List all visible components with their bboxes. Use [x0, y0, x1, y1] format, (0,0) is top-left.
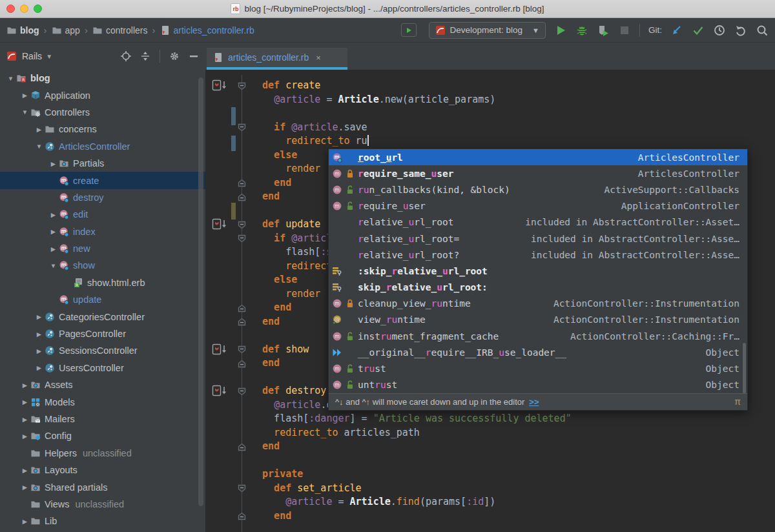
tree-row-views[interactable]: Viewsunclassified	[0, 496, 205, 513]
search-everywhere-button[interactable]	[756, 24, 769, 37]
go-to-view-icon[interactable]	[212, 218, 227, 230]
fold-end-icon[interactable]	[238, 192, 246, 201]
run-configuration-select[interactable]: Development: blog ▼	[429, 22, 546, 39]
chevron-collapsed-icon[interactable]: ▶	[19, 518, 30, 525]
chevron-collapsed-icon[interactable]: ▶	[34, 347, 45, 354]
completion-row[interactable]: @view_runtimeActionController::Instrumen…	[329, 312, 747, 328]
tree-row-models[interactable]: ▶Models	[0, 393, 205, 410]
tree-row-mailers[interactable]: ▶Mailers	[0, 411, 205, 427]
fold-collapse-icon[interactable]	[238, 234, 246, 242]
go-to-view-icon[interactable]	[212, 79, 227, 91]
completion-row[interactable]: __original__require__IRB_use_loader__Obj…	[329, 344, 747, 360]
completion-row[interactable]: mrun_callbacks(kind, &block)ActiveSuppor…	[329, 181, 747, 198]
minimize-window-button[interactable]	[20, 5, 28, 13]
tree-row-blog[interactable]: ▼Rblog	[0, 70, 205, 87]
completion-row[interactable]: relative_url_rootincluded in AbstractCon…	[329, 214, 747, 230]
tree-row-show[interactable]: ▼mshow	[0, 257, 205, 274]
chevron-collapsed-icon[interactable]: ▶	[19, 484, 30, 491]
completion-hint-link[interactable]: >>	[529, 397, 539, 407]
git-commit-button[interactable]	[692, 24, 705, 37]
go-to-view-icon[interactable]	[212, 385, 227, 396]
tree-row-show-html-erb[interactable]: Rshow.html.erb	[0, 274, 205, 291]
change-marker[interactable]	[231, 136, 236, 151]
history-button[interactable]	[713, 24, 726, 37]
breadcrumb-item-controllers[interactable]: controllers	[92, 25, 148, 36]
tree-row-sessionscontroller[interactable]: ▶SessionsController	[0, 342, 205, 359]
hide-tool-window-button[interactable]	[189, 51, 199, 61]
chevron-expanded-icon[interactable]: ▼	[48, 262, 59, 269]
close-window-button[interactable]	[6, 5, 15, 13]
chevron-collapsed-icon[interactable]: ▶	[19, 467, 30, 474]
tree-row-update[interactable]: mupdate	[0, 291, 205, 308]
completion-row[interactable]: mcleanup_view_runtimeActionController::I…	[329, 296, 747, 312]
completion-row[interactable]: muntrustObject	[329, 377, 747, 393]
tree-row-index[interactable]: ▶mindex	[0, 223, 205, 240]
chevron-expanded-icon[interactable]: ▼	[19, 108, 30, 116]
change-marker[interactable]	[231, 203, 236, 220]
tree-row-helpers[interactable]: Helpersunclassified	[0, 445, 205, 462]
chevron-collapsed-icon[interactable]: ▶	[48, 211, 59, 218]
chevron-collapsed-icon[interactable]: ▶	[19, 433, 30, 440]
change-marker[interactable]	[231, 107, 236, 125]
chevron-collapsed-icon[interactable]: ▶	[34, 331, 45, 338]
breadcrumb-item-articles_controller.rb[interactable]: articles_controller.rb	[160, 25, 254, 36]
completion-row[interactable]: mrequire_same_userArticlesController	[329, 165, 747, 181]
chevron-collapsed-icon[interactable]: ▶	[19, 382, 30, 389]
fold-end-icon[interactable]	[238, 303, 246, 312]
fold-end-icon[interactable]	[238, 511, 246, 520]
locate-in-project-button[interactable]	[121, 51, 131, 61]
tree-row-lib[interactable]: ▶Lib	[0, 513, 205, 529]
chevron-collapsed-icon[interactable]: ▶	[34, 313, 45, 320]
completion-row[interactable]: skip_relative_url_root:	[329, 280, 747, 296]
chevron-expanded-icon[interactable]: ▼	[5, 75, 16, 82]
chevron-collapsed-icon[interactable]: ▶	[19, 398, 30, 405]
gear-icon[interactable]	[169, 51, 180, 61]
chevron-collapsed-icon[interactable]: ▶	[48, 245, 59, 252]
chevron-collapsed-icon[interactable]: ▶	[34, 126, 45, 133]
go-to-view-icon[interactable]	[212, 343, 227, 355]
popup-scrollbar[interactable]	[743, 343, 746, 393]
close-tab-icon[interactable]: ×	[316, 53, 321, 63]
completion-row[interactable]: mroot_urlArticlesController	[329, 149, 747, 165]
tree-row-destroy[interactable]: mdestroy	[0, 189, 205, 206]
stop-button[interactable]	[618, 24, 631, 37]
chevron-down-icon[interactable]: ▼	[46, 53, 52, 60]
breadcrumb-item-app[interactable]: app	[52, 25, 80, 36]
tree-row-layouts[interactable]: ▶Layouts	[0, 462, 205, 478]
project-tree-panel[interactable]: ▼Rblog▶Application▼Controllers▶concerns▼…	[0, 70, 205, 532]
tree-row-partials[interactable]: ▶Partials	[0, 155, 205, 172]
completion-row[interactable]: :skip_relative_url_root	[329, 263, 747, 279]
completion-row[interactable]: relative_url_root?included in AbstractCo…	[329, 247, 747, 263]
git-update-button[interactable]	[670, 24, 683, 37]
tree-row-categoriescontroller[interactable]: ▶CategoriesController	[0, 308, 205, 325]
chevron-expanded-icon[interactable]: ▼	[34, 143, 45, 150]
chevron-collapsed-icon[interactable]: ▶	[48, 228, 59, 235]
fold-collapse-icon[interactable]	[238, 220, 246, 229]
fold-end-icon[interactable]	[238, 359, 246, 367]
tree-row-application[interactable]: ▶Application	[0, 87, 205, 103]
fold-collapse-icon[interactable]	[238, 345, 246, 353]
completion-row[interactable]: relative_url_root=included in AbstractCo…	[329, 230, 747, 247]
tree-row-config[interactable]: ▶Config	[0, 427, 205, 444]
tree-row-userscontroller[interactable]: ▶UsersController	[0, 360, 205, 376]
editor-tab[interactable]: articles_controller.rb ×	[207, 48, 347, 67]
completion-row[interactable]: mtrustObject	[329, 360, 747, 376]
fold-end-icon[interactable]	[238, 442, 246, 451]
run-with-coverage-button[interactable]	[597, 24, 610, 37]
tool-window-title[interactable]: Rails	[22, 51, 42, 61]
tree-row-shared-partials[interactable]: ▶Shared partials	[0, 478, 205, 495]
run-button[interactable]	[554, 24, 567, 37]
tree-row-articlescontroller[interactable]: ▼ArticlesController	[0, 138, 205, 155]
tree-scrollbar[interactable]	[198, 77, 203, 506]
run-anything-button[interactable]	[401, 23, 417, 37]
tree-row-create[interactable]: mcreate	[0, 172, 205, 189]
tree-row-new[interactable]: ▶mnew	[0, 240, 205, 257]
rollback-button[interactable]	[734, 24, 747, 37]
zoom-window-button[interactable]	[34, 5, 42, 13]
tree-row-pagescontroller[interactable]: ▶PagesController	[0, 325, 205, 342]
tree-row-assets[interactable]: ▶Assets	[0, 376, 205, 393]
tree-row-controllers[interactable]: ▼Controllers	[0, 104, 205, 121]
fold-collapse-icon[interactable]	[238, 123, 246, 131]
chevron-collapsed-icon[interactable]: ▶	[48, 160, 59, 167]
collapse-all-button[interactable]	[140, 51, 150, 61]
